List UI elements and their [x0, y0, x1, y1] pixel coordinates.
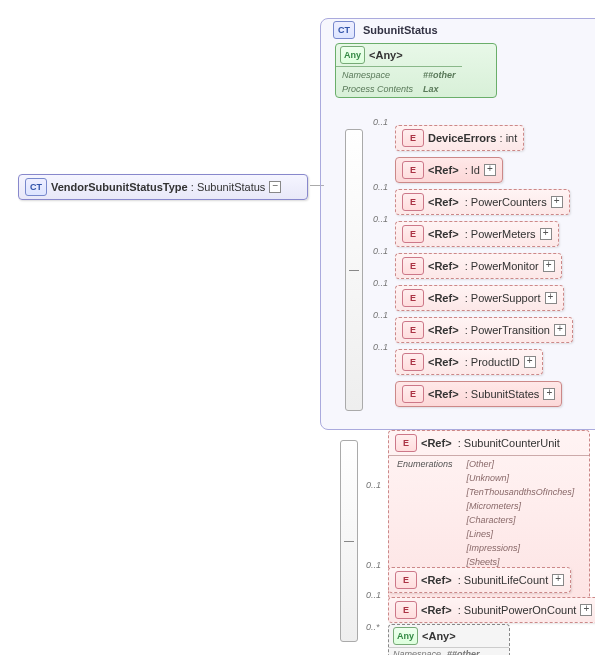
element-power-monitor: E <Ref> : PowerMonitor +	[395, 253, 562, 279]
e-badge: E	[395, 571, 417, 589]
e-badge: E	[402, 161, 424, 179]
any-badge: Any	[340, 46, 365, 64]
expand-icon[interactable]: +	[543, 260, 555, 272]
e-badge: E	[395, 434, 417, 452]
group-header: CT SubunitStatus	[329, 17, 442, 43]
occurrence: 0..1	[373, 214, 388, 224]
element-label: <Ref> : PowerMeters	[428, 228, 536, 240]
collapse-icon[interactable]: −	[269, 181, 281, 193]
namespace-value: ##other	[447, 649, 480, 655]
expand-icon[interactable]: +	[554, 324, 566, 336]
element-label: <Ref> : PowerSupport	[428, 292, 541, 304]
occurrence: 0..1	[373, 117, 388, 127]
e-badge: E	[402, 257, 424, 275]
e-badge: E	[402, 385, 424, 403]
element-label: <Ref> : PowerCounters	[428, 196, 547, 208]
occurrence: 0..1	[373, 342, 388, 352]
any-attributes: Namespace##other Process ContentsLax	[336, 66, 462, 97]
diagram-canvas: CT VendorSubunitStatusType : SubunitStat…	[10, 10, 595, 655]
element-subunit-states: E <Ref> : SubunitStates +	[395, 381, 562, 407]
element-label: <Ref> : SubunitCounterUnit	[421, 437, 560, 449]
any-wildcard-top: Any <Any> Namespace##other Process Conte…	[335, 43, 497, 98]
occurrence: 0..1	[373, 310, 388, 320]
occurrence: 0..1	[373, 278, 388, 288]
element-subunit-poweron-count: E <Ref> : SubunitPowerOnCount +	[388, 597, 595, 623]
occurrence: 0..1	[373, 246, 388, 256]
expand-icon[interactable]: +	[484, 164, 496, 176]
occurrence: 0..1	[366, 590, 381, 600]
element-label: <Ref> : PowerTransition	[428, 324, 550, 336]
sequence-compositor-ext	[340, 440, 358, 642]
e-badge: E	[402, 193, 424, 211]
e-badge: E	[402, 289, 424, 307]
any-label: <Any>	[369, 49, 403, 61]
element-product-id: E <Ref> : ProductID +	[395, 349, 543, 375]
element-id: E <Ref> : Id +	[395, 157, 503, 183]
e-badge: E	[402, 225, 424, 243]
e-badge: E	[395, 601, 417, 619]
sequence-compositor	[345, 129, 363, 411]
expand-icon[interactable]: +	[552, 574, 564, 586]
element-label: <Ref> : ProductID	[428, 356, 520, 368]
element-power-support: E <Ref> : PowerSupport +	[395, 285, 564, 311]
element-power-transition: E <Ref> : PowerTransition +	[395, 317, 573, 343]
element-power-meters: E <Ref> : PowerMeters +	[395, 221, 559, 247]
ct-badge: CT	[333, 21, 355, 39]
ct-badge: CT	[25, 178, 47, 196]
occurrence: 0..1	[366, 480, 381, 490]
expand-icon[interactable]: +	[545, 292, 557, 304]
any-wildcard-bottom: Any <Any> Namespace ##other	[388, 624, 510, 655]
expand-icon[interactable]: +	[580, 604, 592, 616]
occurrence: 0..1	[366, 560, 381, 570]
group-title: SubunitStatus	[363, 24, 438, 36]
expand-icon[interactable]: +	[543, 388, 555, 400]
root-complextype: CT VendorSubunitStatusType : SubunitStat…	[18, 174, 308, 200]
root-label: VendorSubunitStatusType : SubunitStatus	[51, 181, 265, 193]
element-label: <Ref> : PowerMonitor	[428, 260, 539, 272]
e-badge: E	[402, 321, 424, 339]
element-label: <Ref> : SubunitLifeCount	[421, 574, 548, 586]
element-subunit-life-count: E <Ref> : SubunitLifeCount +	[388, 567, 571, 593]
element-label: <Ref> : SubunitPowerOnCount	[421, 604, 576, 616]
expand-icon[interactable]: +	[551, 196, 563, 208]
element-label: <Ref> : Id	[428, 164, 480, 176]
occurrence: 0..1	[373, 182, 388, 192]
element-power-counters: E <Ref> : PowerCounters +	[395, 189, 570, 215]
expand-icon[interactable]: +	[540, 228, 552, 240]
element-label: <Ref> : SubunitStates	[428, 388, 539, 400]
any-badge: Any	[393, 627, 418, 645]
any-label: <Any>	[422, 630, 456, 642]
element-device-errors: E DeviceErrors : int	[395, 125, 524, 151]
element-label: DeviceErrors : int	[428, 132, 517, 144]
occurrence: 0..*	[366, 622, 380, 632]
e-badge: E	[402, 129, 424, 147]
expand-icon[interactable]: +	[524, 356, 536, 368]
namespace-label: Namespace	[393, 649, 441, 655]
subunitstatus-group: CT SubunitStatus Any <Any> Namespace##ot…	[320, 18, 595, 430]
e-badge: E	[402, 353, 424, 371]
